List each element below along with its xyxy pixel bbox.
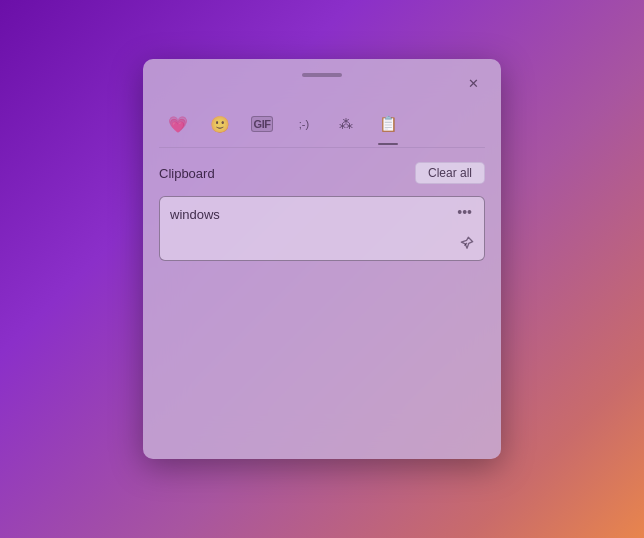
tab-clipboard[interactable]: 📋 <box>369 105 407 143</box>
clipboard-item[interactable]: windows ••• <box>159 196 485 261</box>
pin-button[interactable] <box>458 234 476 254</box>
section-title: Clipboard <box>159 166 215 181</box>
clipboard-item-actions: ••• <box>453 203 476 221</box>
tab-emoji[interactable]: 🙂 <box>201 105 239 143</box>
pin-icon <box>460 236 474 250</box>
clear-all-button[interactable]: Clear all <box>415 162 485 184</box>
content-area: Clipboard Clear all windows ••• <box>143 148 501 459</box>
clipboard-icon: 📋 <box>379 115 398 133</box>
item-more-button[interactable]: ••• <box>453 203 476 221</box>
kaomoji-icon: ;-) <box>299 118 309 130</box>
tab-kaomoji[interactable]: ;-) <box>285 105 323 143</box>
section-header: Clipboard Clear all <box>159 162 485 184</box>
tab-gif[interactable]: GIF <box>243 105 281 143</box>
clipboard-window: ✕ 💗 🙂 GIF ;-) ⁂ 📋 Clipboard Clear all wi… <box>143 59 501 459</box>
more-dots-icon: ••• <box>457 204 472 220</box>
tab-emoji-kaomoji[interactable]: 💗 <box>159 105 197 143</box>
close-button[interactable]: ✕ <box>459 69 487 97</box>
tab-bar: 💗 🙂 GIF ;-) ⁂ 📋 <box>143 103 501 143</box>
smile-icon: 🙂 <box>210 115 230 134</box>
clipboard-item-text: windows <box>170 207 220 222</box>
title-bar: ✕ <box>143 59 501 103</box>
tab-symbols[interactable]: ⁂ <box>327 105 365 143</box>
symbols-icon: ⁂ <box>339 116 353 132</box>
drag-handle <box>302 73 342 77</box>
heart-icon: 💗 <box>168 115 188 134</box>
gif-icon: GIF <box>251 116 274 132</box>
